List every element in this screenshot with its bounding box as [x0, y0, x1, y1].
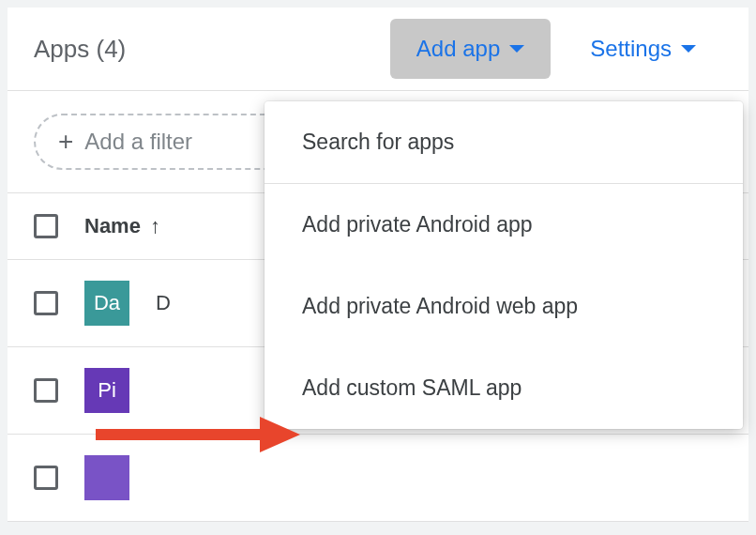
- settings-button[interactable]: Settings: [564, 19, 722, 79]
- row-checkbox[interactable]: [34, 466, 58, 490]
- sort-ascending-icon: ↑: [150, 214, 160, 238]
- column-header-name[interactable]: Name ↑: [84, 214, 160, 238]
- add-app-button[interactable]: Add app: [390, 19, 551, 79]
- filter-placeholder: Add a filter: [84, 129, 192, 155]
- add-app-dropdown-menu: Search for apps Add private Android app …: [265, 101, 743, 429]
- chevron-down-icon: [509, 45, 524, 53]
- menu-item-private-android-app[interactable]: Add private Android app: [265, 184, 743, 266]
- app-name: D: [156, 291, 171, 315]
- chevron-down-icon: [681, 45, 696, 53]
- page-title: Apps (4): [34, 35, 126, 64]
- menu-item-search-apps[interactable]: Search for apps: [265, 101, 743, 183]
- settings-label: Settings: [590, 36, 672, 62]
- app-avatar: [84, 455, 129, 500]
- row-checkbox[interactable]: [34, 378, 58, 403]
- table-row[interactable]: [8, 435, 748, 522]
- row-checkbox[interactable]: [34, 291, 58, 315]
- select-all-checkbox[interactable]: [34, 214, 58, 238]
- menu-item-private-android-web-app[interactable]: Add private Android web app: [265, 266, 743, 347]
- add-app-label: Add app: [416, 36, 500, 62]
- menu-item-custom-saml-app[interactable]: Add custom SAML app: [265, 347, 743, 429]
- app-avatar: Da: [84, 281, 129, 326]
- app-avatar: Pi: [84, 368, 129, 413]
- plus-icon: +: [58, 129, 73, 155]
- toolbar: Apps (4) Add app Settings: [8, 8, 748, 91]
